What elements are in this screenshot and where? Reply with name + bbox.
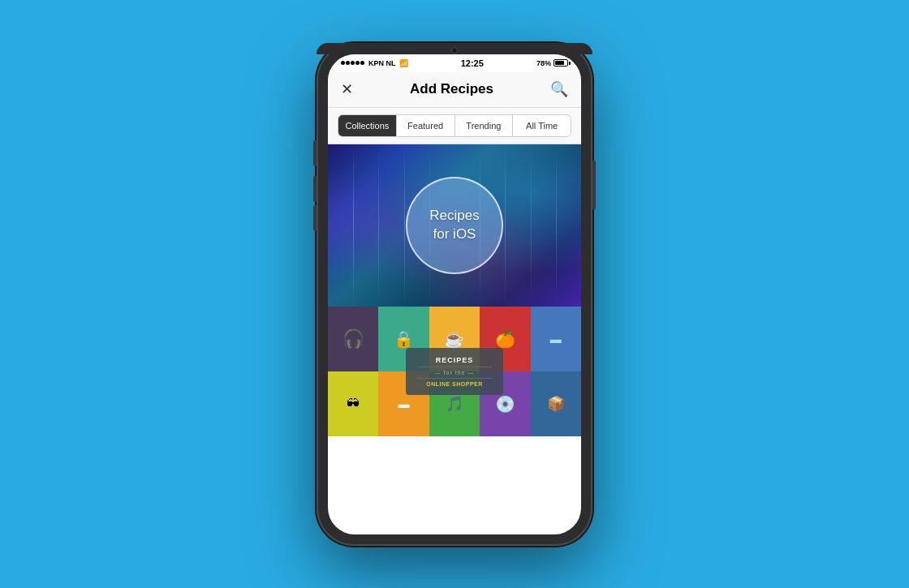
grid-overlay: RECIPES — for the — ONLINE SHOPPER: [406, 348, 503, 395]
grid-cell: 🎧: [328, 307, 378, 371]
wifi-icon: 📶: [399, 59, 408, 67]
hero-circle: Recipes for iOS: [406, 177, 503, 274]
overlay-line-top: [417, 367, 492, 367]
segmented-bar: Collections Featured Trending All Time: [328, 108, 581, 144]
fruit-icon: 🍊: [495, 329, 515, 349]
package-icon: 📦: [547, 395, 565, 413]
tab-collections[interactable]: Collections: [338, 115, 397, 136]
tab-featured[interactable]: Featured: [397, 115, 455, 136]
grid-cell: 📦: [531, 371, 581, 436]
hero-section: Recipes for iOS: [328, 144, 581, 307]
status-time: 12:25: [461, 58, 484, 68]
disc-icon: 💿: [495, 394, 515, 414]
glasses-icon: 🕶: [347, 397, 360, 411]
nav-title: Add Recipes: [410, 81, 493, 97]
grid-section: 🎧 🔒 ☕ 🍊 ▬ 🕶: [328, 307, 581, 436]
overlay-title: RECIPES: [417, 356, 492, 364]
music-icon: 🎵: [446, 395, 463, 413]
tab-trending[interactable]: Trending: [455, 115, 514, 136]
hero-text-line1: Recipes: [429, 207, 479, 225]
headphones-icon: 🎧: [342, 328, 364, 350]
close-button[interactable]: ✕: [341, 80, 353, 98]
grid-cell: 🕶: [328, 371, 378, 436]
creditcard-icon: ▬: [550, 333, 562, 346]
mug-icon: ☕: [444, 329, 464, 349]
search-button[interactable]: 🔍: [550, 80, 568, 98]
carrier-label: KPN NL: [368, 59, 396, 67]
phone-top-bar: [317, 43, 592, 54]
screen-inner: KPN NL 📶 12:25 78% ✕ Add Recipes 🔍: [328, 54, 581, 534]
segmented-control: Collections Featured Trending All Time: [338, 114, 571, 137]
battery-percent: 78%: [536, 59, 551, 67]
phone-screen: KPN NL 📶 12:25 78% ✕ Add Recipes 🔍: [328, 54, 581, 534]
battery-icon: [554, 59, 568, 67]
nav-bar: ✕ Add Recipes 🔍: [328, 72, 581, 108]
overlay-sub: — for the —: [417, 370, 492, 376]
overlay-line-bottom: [417, 378, 492, 379]
card-icon: ▬: [398, 397, 410, 410]
hero-text-line2: for iOS: [433, 225, 476, 243]
lock-icon: 🔒: [394, 329, 414, 349]
phone-wrapper: KPN NL 📶 12:25 78% ✕ Add Recipes 🔍: [317, 43, 592, 546]
tab-alltime[interactable]: All Time: [513, 115, 571, 136]
camera: [451, 47, 458, 54]
battery-fill: [555, 61, 564, 65]
status-left: KPN NL 📶: [341, 59, 408, 67]
signal-dots: [341, 61, 364, 65]
status-bar: KPN NL 📶 12:25 78%: [328, 54, 581, 72]
status-right: 78%: [536, 59, 568, 67]
overlay-desc: ONLINE SHOPPER: [417, 381, 492, 387]
grid-cell: ▬: [531, 307, 581, 371]
